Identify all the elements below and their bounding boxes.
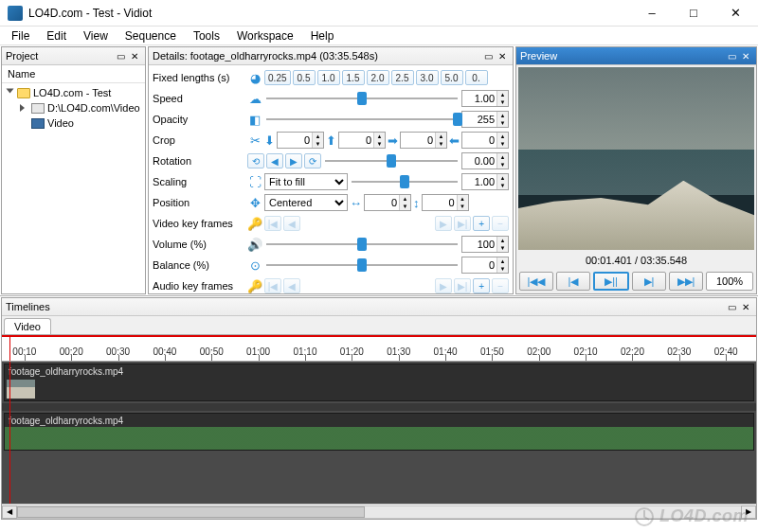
tree-root[interactable]: LO4D.com - Test [4,85,143,100]
timelines-close-icon[interactable]: ✕ [739,300,752,313]
kf-remove-button[interactable]: − [492,278,509,293]
home-button[interactable]: |◀◀ [519,272,553,291]
maximize-button[interactable]: □ [673,0,714,27]
down-icon[interactable]: ▼ [496,98,508,106]
crop-left[interactable]: ▲▼ [400,132,447,149]
video-clip[interactable]: footage_oldharryrocks.mp4 [4,364,754,401]
playhead[interactable] [9,362,10,504]
kf-add-button[interactable]: + [473,278,490,293]
kf-remove-button[interactable]: − [492,216,509,231]
key-icon: 🔑 [247,278,262,293]
tree-item[interactable]: Video [4,115,143,131]
up-icon[interactable]: ▲ [496,91,508,98]
volume-value[interactable]: ▲▼ [461,236,509,253]
rotate-prev-button[interactable]: ◀ [266,153,283,168]
timelines-max-icon[interactable]: ▭ [725,300,738,313]
timeline-scrollbar[interactable]: ◀ ▶ [2,504,756,519]
fixed-30[interactable]: 3.0 [416,70,439,85]
timeline-tracks[interactable]: footage_oldharryrocks.mp4 footage_oldhar… [2,362,756,504]
minimize-button[interactable]: – [631,0,673,27]
kf-next-button[interactable]: ▶ [435,278,452,293]
playhead[interactable] [9,335,10,361]
fixed-025[interactable]: 0.25 [264,70,290,85]
scaling-slider[interactable] [352,174,458,189]
vkf-label: Video key frames [153,218,245,229]
kf-add-button[interactable]: + [473,216,490,231]
scaling-value[interactable]: ▲▼ [461,173,509,190]
next-button[interactable]: ▶| [632,272,666,291]
preview-time: 00:01.401 / 03:35.548 [516,252,756,269]
crop-top[interactable]: ▲▼ [277,132,324,149]
kf-first-button[interactable]: |◀ [264,278,281,293]
prev-button[interactable]: |◀ [556,272,590,291]
speed-value[interactable]: ▲▼ [461,90,509,107]
preview-max-icon[interactable]: ▭ [725,49,738,62]
drive-icon [31,103,45,114]
details-max-icon[interactable]: ▭ [481,49,495,62]
rotate-ccw-button[interactable]: ⟲ [247,153,264,168]
volume-slider[interactable] [266,237,458,252]
menu-edit[interactable]: Edit [39,27,74,44]
scroll-right-button[interactable]: ▶ [741,505,756,519]
menu-file[interactable]: File [4,27,37,44]
menu-help[interactable]: Help [303,27,342,44]
rotate-next-button[interactable]: ▶ [285,153,302,168]
kf-first-button[interactable]: |◀ [264,216,281,231]
balance-value[interactable]: ▲▼ [461,257,509,274]
preview-video[interactable] [518,67,754,250]
opacity-slider[interactable] [266,112,458,127]
menu-view[interactable]: View [76,27,116,44]
preview-close-icon[interactable]: ✕ [739,49,752,62]
tree-folder-label: D:\LO4D.com\Video [47,102,140,114]
crop-row: Crop ✂ ⬇ ▲▼ ⬆ ▲▼ ➡ ▲▼ ⬅ ▲▼ [153,130,509,151]
menu-tools[interactable]: Tools [186,27,227,44]
kf-last-button[interactable]: ▶| [454,278,471,293]
kf-next-button[interactable]: ▶ [435,216,452,231]
scroll-left-button[interactable]: ◀ [2,505,17,519]
fixed-05[interactable]: 0.5 [293,70,316,85]
rotation-slider[interactable] [325,153,458,168]
close-button[interactable]: ✕ [714,0,756,27]
expand-icon[interactable] [6,89,14,98]
down-arrow-icon: ⬇ [264,133,275,148]
fixed-more[interactable]: 0. [465,70,488,85]
fixed-25[interactable]: 2.5 [391,70,414,85]
position-x[interactable]: ▲▼ [364,194,411,211]
tree-folder[interactable]: D:\LO4D.com\Video [4,100,143,115]
position-y[interactable]: ▲▼ [422,194,469,211]
details-close-icon[interactable]: ✕ [496,49,509,62]
timeline-tab[interactable]: Video [4,318,51,334]
opacity-value[interactable]: ▲▼ [461,111,509,128]
fixed-20[interactable]: 2.0 [367,70,389,85]
rotate-cw-button[interactable]: ⟳ [304,153,321,168]
balance-slider[interactable] [266,257,458,273]
scroll-thumb[interactable] [17,506,365,518]
fixed-10[interactable]: 1.0 [317,70,340,85]
timelines-panel: Timelines ▭ ✕ Video 00:1000:2000:3000:40… [1,297,757,520]
fixed-15[interactable]: 1.5 [342,70,365,85]
kf-last-button[interactable]: ▶| [454,216,471,231]
zoom-level[interactable]: 100% [706,272,753,291]
project-tree[interactable]: LO4D.com - Test D:\LO4D.com\Video Video [2,83,145,293]
kf-prev-button[interactable]: ◀ [283,278,300,293]
speed-slider[interactable] [266,91,458,106]
project-close-icon[interactable]: ✕ [128,49,141,62]
kf-prev-button[interactable]: ◀ [283,216,300,231]
menu-workspace[interactable]: Workspace [229,27,301,44]
play-button[interactable]: ▶|| [593,272,629,291]
menu-sequence[interactable]: Sequence [117,27,184,44]
project-max-icon[interactable]: ▭ [114,49,127,62]
expand-icon[interactable] [20,104,28,113]
scaling-combo[interactable]: Fit to fill [264,173,348,190]
project-title: Project [6,50,38,62]
window-title: LO4D.com - Test - Vidiot [28,7,631,20]
fixed-50[interactable]: 5.0 [441,70,463,85]
position-combo[interactable]: Centered [264,194,348,211]
end-button[interactable]: ▶▶| [669,272,703,291]
rotation-value[interactable]: ▲▼ [461,152,509,169]
audio-clip[interactable]: footage_oldharryrocks.mp4 [4,413,754,451]
crop-right[interactable]: ▲▼ [461,132,509,149]
crop-bottom[interactable]: ▲▼ [338,132,386,149]
tree-root-label: LO4D.com - Test [33,87,111,98]
timeline-ruler[interactable]: 00:1000:2000:3000:4000:5001:0001:1001:20… [2,335,756,362]
